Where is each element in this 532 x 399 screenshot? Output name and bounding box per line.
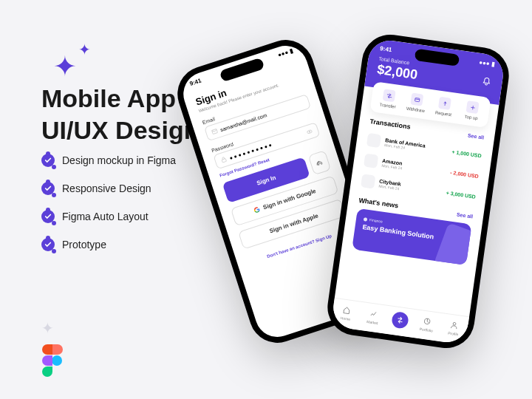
svg-point-7 bbox=[453, 322, 456, 325]
nav-label: Home bbox=[332, 314, 359, 322]
request-icon bbox=[438, 97, 451, 110]
withdraw-icon bbox=[410, 93, 423, 106]
lock-icon bbox=[220, 156, 228, 163]
merchant-icon bbox=[366, 133, 381, 148]
seeall-link[interactable]: See all bbox=[468, 132, 485, 140]
feature-label: Prototype bbox=[62, 239, 106, 250]
signup-text: Don't have an account? bbox=[267, 239, 317, 259]
market-icon bbox=[368, 307, 380, 319]
action-label: Transfer bbox=[373, 102, 401, 110]
nav-profile[interactable]: Profile bbox=[439, 318, 468, 339]
google-icon bbox=[253, 205, 261, 214]
nav-label: Market bbox=[358, 318, 386, 327]
fingerprint-icon bbox=[314, 157, 325, 168]
feature-item: Figma Auto Layout bbox=[41, 210, 176, 223]
page-title: Mobile App UI/UX Design bbox=[41, 83, 199, 146]
status-icons: ●●● ▮ bbox=[479, 59, 495, 68]
mail-icon bbox=[211, 128, 218, 135]
phone-mockups: 9:41 ●●● ▮ Sign in Welcome back! Please … bbox=[219, 33, 514, 372]
txn-amount: + 3,000 USD bbox=[446, 190, 476, 200]
profile-icon bbox=[449, 319, 460, 331]
sparkle-icon: ✦ bbox=[78, 41, 91, 58]
home-icon bbox=[341, 304, 352, 316]
bell-icon[interactable] bbox=[481, 76, 493, 88]
sparkle-icon: ✦ bbox=[53, 50, 77, 83]
signup-link[interactable]: Sign Up bbox=[315, 233, 332, 243]
action-request[interactable]: Request bbox=[429, 95, 460, 117]
reset-link[interactable]: Reset bbox=[257, 157, 270, 166]
heading-line: Mobile App bbox=[41, 84, 176, 112]
nav-portfolio[interactable]: Portfolio bbox=[412, 314, 442, 335]
sparkle-icon: ✦ bbox=[41, 319, 54, 337]
check-badge-icon bbox=[41, 154, 55, 167]
nav-label: Portfolio bbox=[412, 326, 440, 334]
check-badge-icon bbox=[41, 210, 55, 223]
transfer-icon bbox=[383, 89, 396, 102]
feature-label: Design mockup in Figma bbox=[62, 154, 176, 166]
action-topup[interactable]: Top up bbox=[457, 100, 487, 122]
feature-item: Design mockup in Figma bbox=[41, 154, 176, 167]
svg-rect-5 bbox=[415, 98, 420, 101]
feature-item: Prototype bbox=[41, 238, 176, 251]
action-label: Withdraw bbox=[401, 106, 429, 114]
feature-label: Figma Auto Layout bbox=[62, 211, 149, 222]
biometric-button[interactable] bbox=[308, 150, 331, 175]
seeall-link[interactable]: See all bbox=[457, 211, 474, 219]
check-badge-icon bbox=[41, 182, 55, 195]
topup-icon bbox=[466, 100, 480, 114]
status-time: 9:41 bbox=[380, 45, 392, 53]
txn-amount: + 1,000 USD bbox=[451, 149, 482, 158]
action-label: Request bbox=[429, 109, 457, 117]
swap-icon bbox=[391, 311, 409, 330]
feature-list: Design mockup in Figma Responsive Design… bbox=[41, 154, 176, 266]
bottom-nav: Home Market Portfolio Profile bbox=[330, 298, 469, 345]
nav-center[interactable] bbox=[385, 310, 415, 332]
phone-mockup-dashboard: 9:41 ●●● ▮ Total Balance $2,000 Transfer… bbox=[324, 31, 512, 352]
apple-button-label: Sign in with Apple bbox=[269, 213, 319, 235]
action-withdraw[interactable]: Withdraw bbox=[401, 92, 432, 114]
merchant-icon bbox=[364, 154, 378, 168]
portfolio-icon bbox=[422, 316, 434, 327]
feature-label: Responsive Design bbox=[62, 183, 151, 194]
google-button-label: Sign in with Google bbox=[262, 188, 317, 211]
action-transfer[interactable]: Transfer bbox=[373, 88, 403, 110]
txn-amount: - 2,000 USD bbox=[450, 169, 479, 178]
svg-point-0 bbox=[52, 355, 62, 366]
feature-item: Responsive Design bbox=[41, 182, 176, 195]
nav-home[interactable]: Home bbox=[332, 303, 361, 324]
action-label: Top up bbox=[457, 113, 485, 121]
nav-label: Profile bbox=[440, 330, 467, 338]
merchant-icon bbox=[361, 174, 375, 188]
heading-line: UI/UX Design bbox=[41, 116, 199, 144]
svg-point-4 bbox=[309, 131, 311, 133]
figma-logo-icon bbox=[41, 344, 64, 377]
nav-market[interactable]: Market bbox=[358, 307, 388, 328]
eye-icon[interactable] bbox=[306, 128, 313, 135]
check-badge-icon bbox=[41, 238, 55, 251]
transactions-title: Transactions bbox=[369, 117, 411, 131]
news-title: What's news bbox=[358, 197, 399, 209]
